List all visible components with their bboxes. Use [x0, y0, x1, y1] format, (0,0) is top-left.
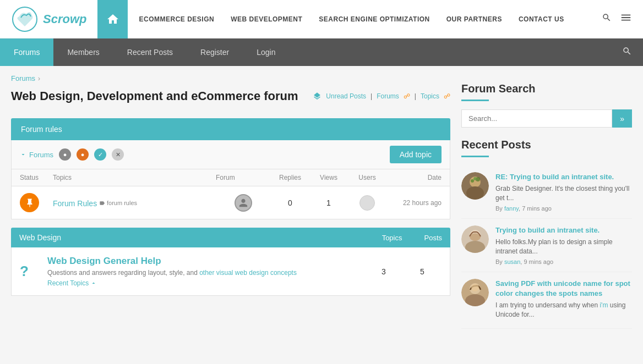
- nav-link-partners[interactable]: OUR PARTNERS: [446, 15, 502, 23]
- pin-icon: [25, 198, 35, 208]
- forum-search-icon-button[interactable]: [611, 46, 643, 58]
- sidebar-forum-search-title: Forum Search: [461, 74, 632, 100]
- forum-nav-login[interactable]: Login: [243, 38, 289, 66]
- nav-link-seo[interactable]: SEARCH ENGINE OPTIMIZATION: [319, 15, 429, 23]
- forum-search-box: »: [461, 109, 632, 128]
- recent-post-avatar-2: [461, 225, 489, 253]
- title-meta: Unread Posts | Forums ☍ | Topics ☍: [313, 92, 450, 101]
- col-topics: Topics: [53, 174, 216, 181]
- col-date: Date: [386, 174, 442, 181]
- nav-link-ecommerce[interactable]: ECOMMERCE DESIGN: [139, 15, 214, 23]
- filter-dropdown[interactable]: Forums: [20, 151, 53, 159]
- search-icon-button[interactable]: [602, 13, 612, 25]
- logo-icon: [11, 5, 39, 33]
- recent-post-time-2: 9 mins ago: [524, 258, 553, 265]
- top-nav: Scrowp ECOMMERCE DESIGN WEB DEVELOPMENT …: [0, 0, 643, 38]
- breadcrumb: Forums ›: [11, 74, 450, 82]
- recent-post-content-2: Trying to build an intranet site. Hello …: [495, 225, 632, 265]
- forum-nav-members[interactable]: Members: [53, 38, 113, 66]
- main-container: Forums › Web Design, Development and eCo…: [0, 66, 643, 337]
- user-avatar-small: [359, 195, 375, 211]
- topics-column-label: Topics: [382, 234, 402, 242]
- recent-topics-label: Recent Topics: [47, 279, 89, 287]
- forum-search-section: Forum Search »: [461, 74, 632, 128]
- recent-posts-title: Recent Posts: [461, 139, 632, 151]
- filter-fire-icon[interactable]: ●: [77, 148, 89, 161]
- recent-post-meta-1: By fanny, 7 mins ago: [495, 205, 632, 212]
- filter-clock-icon[interactable]: ●: [59, 148, 71, 161]
- recent-post-meta-2: By susan, 9 mins ago: [495, 258, 632, 265]
- forum-search-icon: [622, 46, 632, 56]
- add-topic-button[interactable]: Add topic: [390, 146, 442, 163]
- breadcrumb-separator: ›: [38, 75, 40, 82]
- forums-rss-link[interactable]: Forums: [377, 92, 399, 100]
- chevron-down-icon: [20, 151, 26, 158]
- avatar-image-2: [461, 225, 489, 253]
- recent-post-excerpt-1: Grab Site Designer. It's the closest thi…: [495, 184, 632, 203]
- home-icon: [106, 13, 119, 26]
- web-design-description: Questions and answers regarding layout, …: [47, 269, 364, 277]
- forum-rules-title-link[interactable]: Forum Rules: [53, 199, 97, 208]
- recent-post-avatar-1: [461, 172, 489, 200]
- meta-separator-2: |: [415, 92, 416, 100]
- posts-column-label: Posts: [424, 234, 442, 242]
- svg-point-4: [471, 179, 474, 183]
- col-forum: Forum: [216, 174, 271, 181]
- menu-icon-button[interactable]: [620, 12, 632, 26]
- rss-icon-2: ☍: [444, 92, 450, 100]
- web-design-question-icon: ?: [20, 263, 47, 280]
- row-forum-cell: [216, 194, 271, 212]
- nav-link-contact[interactable]: CONTACT US: [519, 15, 564, 23]
- home-button[interactable]: [97, 0, 128, 38]
- web-design-general-help-link[interactable]: Web Design General Help: [47, 256, 161, 266]
- topic-tag: forum rules: [99, 200, 137, 206]
- forum-avatar: [235, 194, 252, 212]
- user-icon: [238, 198, 248, 208]
- desc-link[interactable]: other visual web design concepts: [199, 269, 297, 277]
- filter-check-icon[interactable]: ✓: [94, 148, 106, 161]
- row-users-cell: [348, 195, 386, 211]
- forum-nav-register[interactable]: Register: [187, 38, 243, 66]
- sidebar-forum-search-divider: [461, 100, 489, 101]
- row-topic-cell: Forum Rules forum rules: [53, 197, 216, 208]
- recent-post-avatar-3: [461, 279, 489, 306]
- recent-post-excerpt-2: Hello folks.My plan is to design a simpl…: [495, 238, 632, 256]
- rss-icon-1: ☍: [404, 92, 410, 100]
- web-design-topics-count: 3: [364, 267, 403, 276]
- forum-search-submit-button[interactable]: »: [612, 109, 632, 128]
- section-header-meta: Topics Posts: [382, 234, 442, 242]
- forum-search-input[interactable]: [461, 109, 612, 128]
- forums-filter: Forums ● ● ✓ ✕ Add topic: [11, 140, 450, 169]
- row-status-cell: [20, 193, 53, 212]
- col-users: Users: [348, 174, 386, 181]
- recent-post-title-link-3[interactable]: Saving PDF with unicode name for spot co…: [495, 279, 630, 297]
- recent-post-author-link-2[interactable]: susan: [504, 258, 520, 265]
- unread-posts-link[interactable]: Unread Posts: [326, 92, 366, 100]
- nav-link-webdev[interactable]: WEB DEVELOPMENT: [231, 15, 302, 23]
- nav-links: ECOMMERCE DESIGN WEB DEVELOPMENT SEARCH …: [139, 15, 602, 23]
- search-icon: [602, 13, 612, 23]
- web-design-info: Web Design General Help Questions and an…: [47, 256, 364, 287]
- table-header: Status Topics Forum Replies Views Users …: [11, 169, 450, 186]
- breadcrumb-forums-link[interactable]: Forums: [11, 74, 35, 82]
- filter-close-icon[interactable]: ✕: [112, 148, 124, 161]
- topics-rss-link[interactable]: Topics: [421, 92, 439, 100]
- recent-post-content-3: Saving PDF with unicode name for spot co…: [495, 279, 632, 322]
- table-row: Forum Rules forum rules 0 1 22 hours ago: [11, 186, 450, 219]
- web-design-section-title: Web Design: [19, 233, 61, 242]
- col-status: Status: [20, 174, 53, 181]
- col-replies: Replies: [271, 174, 309, 181]
- recent-topics-link[interactable]: Recent Topics: [47, 279, 364, 287]
- recent-post-author-link-1[interactable]: fanny: [504, 205, 519, 212]
- layers-icon: [313, 92, 322, 101]
- forum-nav-recent-posts[interactable]: Recent Posts: [113, 38, 187, 66]
- sidebar: Forum Search » Recent Posts: [461, 74, 632, 329]
- nav-icons: [602, 12, 632, 26]
- recent-post-title-link-2[interactable]: Trying to build an intranet site.: [495, 226, 600, 234]
- logo-link[interactable]: Scrowp: [11, 5, 86, 33]
- recent-post-title-link-1[interactable]: RE: Trying to build an intranet site.: [495, 173, 614, 181]
- forum-nav-forums[interactable]: Forums: [0, 38, 53, 66]
- forum-rules-label: Forum rules: [21, 125, 62, 134]
- recent-posts-divider: [461, 156, 489, 157]
- forum-nav: Forums Members Recent Posts Register Log…: [0, 38, 643, 66]
